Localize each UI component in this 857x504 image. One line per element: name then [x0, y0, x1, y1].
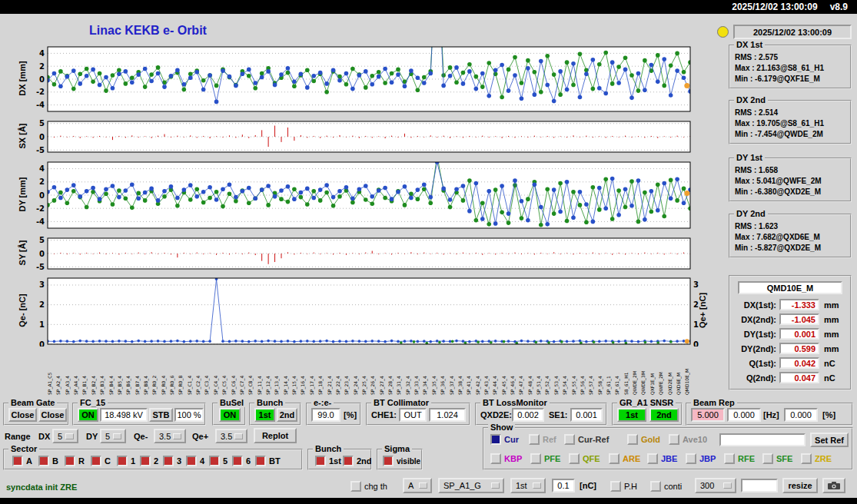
snapshot-button[interactable] [822, 478, 845, 493]
sector-4-indicator [186, 456, 197, 466]
se1-label: SE1: [549, 410, 567, 419]
chg-th-checkbox[interactable]: chg th [350, 481, 387, 492]
bunch-1st-checkbox[interactable]: 1st [315, 456, 341, 466]
dx-2nd-stats-title: DX 2nd [734, 95, 768, 104]
bunch-group: Bunch 1st 2nd [249, 403, 301, 426]
range-qe-minus-menu[interactable]: 3.5 [154, 429, 186, 443]
pfe-label: PFE [544, 454, 560, 463]
show-are-checkbox[interactable]: ARE [609, 453, 640, 464]
svg-text:5: 5 [39, 119, 45, 128]
bunch-2nd-label: 2nd [357, 456, 372, 466]
conti-label: conti [664, 482, 682, 491]
range-dy-menu[interactable]: 5 [100, 429, 126, 443]
fc15-on-button[interactable]: ON [78, 408, 98, 422]
show-ave10-checkbox[interactable]: Ave10 [669, 434, 707, 445]
svg-text:-5: -5 [36, 146, 45, 154]
show-zre-checkbox[interactable]: ZRE [801, 453, 832, 464]
show-cur-checkbox[interactable]: Cur [490, 434, 519, 445]
bunch-menu[interactable]: 1st [510, 478, 546, 493]
show-cur-ref-checkbox[interactable]: Cur-Ref [564, 434, 609, 445]
svg-text:0: 0 [39, 340, 45, 347]
sector-b-checkbox[interactable]: B [38, 456, 58, 466]
show-qfe-checkbox[interactable]: QFE [569, 453, 600, 464]
cur-ref-label: Cur-Ref [578, 435, 609, 444]
sector-a-indicator [12, 456, 23, 466]
misc-input[interactable] [741, 479, 778, 492]
ph-label: P.H [624, 482, 637, 491]
svg-text:0: 0 [39, 250, 45, 258]
busel-on-button[interactable]: ON [219, 408, 241, 422]
dx-1st-max: Max : 21.163@S8_61_H1 [735, 64, 850, 72]
dy-1st-rms: RMS : 1.658 [735, 166, 850, 174]
kbp-check-indicator [490, 453, 501, 464]
bunch-2nd-button[interactable]: 2nd [277, 408, 297, 422]
dy-2nd-max: Max : 7.682@QXD6E_M [735, 233, 850, 241]
sector-2-indicator [140, 456, 151, 466]
busel-title: BuSel [218, 398, 246, 407]
replot-button[interactable]: Replot [254, 428, 297, 443]
sector-6-checkbox[interactable]: 6 [232, 456, 251, 466]
gr-a1-1st-button[interactable]: 1st [617, 408, 646, 422]
sector-c-checkbox[interactable]: C [91, 456, 111, 466]
resize-button[interactable]: resize [782, 478, 818, 493]
ave10-label: Ave10 [683, 435, 707, 444]
bunch-2nd-checkbox[interactable]: 2nd [343, 456, 372, 466]
qmd-row-value: 0.047 [779, 372, 819, 383]
range-dx-menu[interactable]: 5 [52, 429, 78, 443]
bunch-1st-button[interactable]: 1st [254, 408, 275, 422]
sector-a-checkbox[interactable]: A [12, 456, 32, 466]
sector-r-checkbox[interactable]: R [65, 456, 85, 466]
section-menu[interactable]: A [403, 478, 432, 493]
beam-gate-close-2-button[interactable]: Close [38, 408, 67, 422]
range-qe-plus-menu[interactable]: 3.5 [215, 429, 247, 443]
show-ref-checkbox[interactable]: Ref [529, 434, 556, 445]
show-jbp-checkbox[interactable]: JBP [686, 453, 716, 464]
gr-a1-2nd-button[interactable]: 2nd [649, 408, 679, 422]
beam-rep-group: Beam Rep 5.000 0.000 [Hz] 0.000 [%] [686, 403, 853, 426]
jbp-label: JBP [699, 454, 716, 463]
rfe-label: RFE [738, 454, 755, 463]
sector-bt-checkbox[interactable]: BT [255, 456, 281, 466]
show-sfe-checkbox[interactable]: SFE [762, 453, 792, 464]
ref-name-input[interactable] [719, 433, 806, 446]
dx-orbit-plot: 420-2-4 [26, 45, 698, 114]
sector-3-checkbox[interactable]: 3 [163, 456, 181, 466]
show-jbe-checkbox[interactable]: JBE [647, 453, 677, 464]
sector-r-label: R [78, 456, 85, 466]
top-status-bar: 2025/12/02 13:00:09 v8.9 [0, 0, 857, 14]
sector-4-checkbox[interactable]: 4 [186, 456, 204, 466]
bpm-menu[interactable]: SP_A1_G [438, 478, 504, 493]
kbp-label: KBP [504, 454, 522, 463]
threshold-input[interactable]: 0.1 [552, 479, 575, 492]
sector-5-checkbox[interactable]: 5 [209, 456, 228, 466]
qmd-row-value: 0.001 [779, 328, 819, 340]
svg-text:0: 0 [693, 340, 699, 347]
show-rfe-checkbox[interactable]: RFE [724, 453, 755, 464]
show-pfe-checkbox[interactable]: PFE [530, 453, 560, 464]
set-ref-button[interactable]: Set Ref [810, 433, 849, 447]
svg-text:2: 2 [39, 62, 45, 71]
range-qe-plus-label: Qe+ [192, 432, 208, 441]
show-kbp-checkbox[interactable]: KBP [490, 453, 522, 464]
sigma-visible-checkbox[interactable]: visible [383, 456, 420, 466]
ph-indicator [610, 481, 621, 492]
sector-1-checkbox[interactable]: 1 [117, 456, 135, 466]
ph-checkbox[interactable]: P.H [610, 481, 637, 492]
ee-ratio-input[interactable]: 99.0 [311, 408, 340, 422]
ee-ratio-group: e-:e- 99.0 [%] [306, 403, 361, 426]
sector-r-indicator [65, 456, 75, 466]
dy-2nd-min: Min : -5.827@QXD2E_M [735, 244, 850, 252]
fc15-stb-button[interactable]: STB [149, 408, 173, 422]
show-gold-checkbox[interactable]: Gold [627, 434, 660, 445]
svg-text:4: 4 [39, 164, 45, 173]
svg-text:0: 0 [39, 191, 45, 200]
conti-checkbox[interactable]: conti [650, 481, 682, 492]
qfe-check-indicator [569, 453, 580, 464]
qfe-label: QFE [583, 454, 600, 463]
qmd-row-label: Q(2nd): [732, 373, 776, 383]
qmd-row-value: -1.333 [779, 299, 819, 310]
sector-c-label: C [105, 456, 111, 466]
beam-gate-close-1-button[interactable]: Close [8, 408, 37, 422]
interval-menu[interactable]: 300 [695, 478, 736, 493]
sector-2-checkbox[interactable]: 2 [140, 456, 158, 466]
